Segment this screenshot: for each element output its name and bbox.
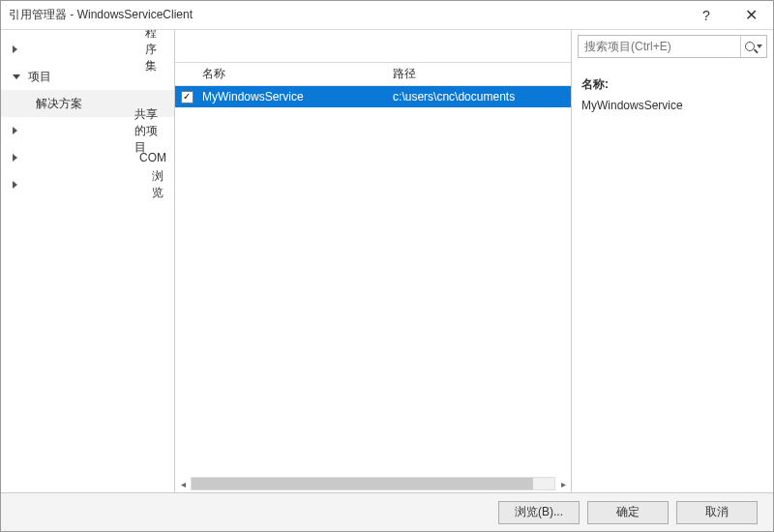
grid-header: 名称 路径 [175, 63, 571, 86]
chevron-down-icon [13, 74, 20, 79]
grid-body: ✓ MyWindowsService c:\users\cnc\document… [175, 86, 571, 475]
search-area [572, 30, 773, 63]
chevron-right-icon [13, 45, 137, 53]
right-panel: 名称: MyWindowsService [572, 30, 773, 492]
browse-button[interactable]: 浏览(B)... [498, 501, 580, 524]
chevron-right-icon [13, 181, 144, 189]
titlebar: 引用管理器 - WindowsServiceClient ? ✕ [1, 1, 773, 30]
row-name: MyWindowsService [198, 90, 389, 103]
window-title: 引用管理器 - WindowsServiceClient [9, 7, 684, 23]
nav-label: 项目 [28, 69, 51, 85]
chevron-right-icon [13, 127, 127, 134]
results-toolbar-gap [175, 30, 571, 63]
dialog-footer: 浏览(B)... 确定 取消 [1, 492, 773, 531]
grid-header-path[interactable]: 路径 [389, 66, 571, 82]
scroll-track[interactable] [191, 477, 555, 490]
grid-header-name[interactable]: 名称 [198, 66, 389, 82]
info-name-value: MyWindowsService [581, 99, 763, 112]
nav-item-assemblies[interactable]: 程序集 [1, 36, 174, 63]
nav-label: 解决方案 [36, 96, 82, 112]
search-button[interactable] [741, 36, 766, 57]
nav-label: 程序集 [145, 30, 166, 74]
row-path: c:\users\cnc\documents [389, 90, 571, 103]
category-tree: 程序集 项目 解决方案 共享的项目 COM 浏览 [1, 30, 175, 492]
info-name-label: 名称: [581, 76, 763, 93]
nav-item-shared-projects[interactable]: 共享的项目 [1, 117, 174, 144]
dialog-body: 程序集 项目 解决方案 共享的项目 COM 浏览 [1, 30, 773, 492]
search-box [578, 35, 767, 58]
search-input[interactable] [579, 40, 740, 53]
help-icon: ? [702, 8, 710, 23]
nav-label: 浏览 [152, 168, 166, 201]
nav-label: 共享的项目 [134, 106, 166, 156]
search-icon [745, 42, 755, 51]
grid-row[interactable]: ✓ MyWindowsService c:\users\cnc\document… [175, 86, 571, 107]
chevron-right-icon [13, 154, 132, 162]
scroll-left-icon[interactable]: ◂ [175, 476, 191, 491]
close-button[interactable]: ✕ [729, 1, 773, 30]
nav-item-browse[interactable]: 浏览 [1, 171, 174, 198]
scroll-right-icon[interactable]: ▸ [555, 476, 571, 491]
horizontal-scrollbar[interactable]: ◂ ▸ [175, 475, 571, 492]
cancel-button[interactable]: 取消 [676, 501, 758, 524]
scroll-thumb[interactable] [192, 478, 533, 489]
chevron-down-icon [757, 44, 762, 48]
reference-manager-dialog: 引用管理器 - WindowsServiceClient ? ✕ 程序集 项目 … [0, 0, 774, 532]
results-panel: 名称 路径 ✓ MyWindowsService c:\users\cnc\do… [175, 30, 572, 492]
nav-label: COM [139, 151, 166, 164]
row-checkbox[interactable]: ✓ [181, 91, 194, 103]
help-button[interactable]: ? [684, 1, 729, 30]
close-icon: ✕ [745, 6, 758, 24]
info-panel: 名称: MyWindowsService [572, 63, 773, 126]
ok-button[interactable]: 确定 [587, 501, 669, 524]
